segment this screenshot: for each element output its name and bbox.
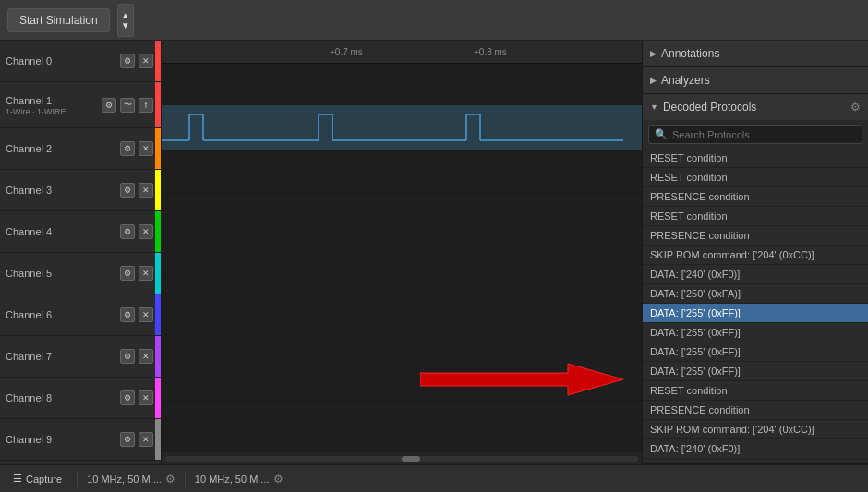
bottom-info-text-2: 10 MHz, 50 M ... bbox=[195, 474, 270, 485]
red-arrow bbox=[420, 359, 623, 401]
capture-label: Capture bbox=[26, 474, 62, 485]
main-content: Channel 0 ⚙ ✕ Channel 1 1-Wire · 1-WIRE … bbox=[0, 41, 868, 464]
channel-close-7[interactable]: ✕ bbox=[139, 349, 153, 364]
channel-row-7: Channel 7 ⚙ ✕ bbox=[0, 336, 161, 378]
channel-close-5[interactable]: ✕ bbox=[139, 266, 153, 281]
decoded-protocols-triangle-icon: ▼ bbox=[650, 102, 658, 112]
channel-settings-6[interactable]: ⚙ bbox=[120, 307, 135, 322]
channel-color-bar-0 bbox=[155, 41, 161, 81]
decoded-protocols-header[interactable]: ▼ Decoded Protocols ⚙ bbox=[643, 94, 868, 120]
annotations-header[interactable]: ▶ Annotations bbox=[643, 41, 868, 66]
channel-settings-9[interactable]: ⚙ bbox=[120, 432, 135, 447]
channel-row-3: Channel 3 ⚙ ✕ bbox=[0, 170, 161, 211]
wave-row-3 bbox=[162, 193, 642, 234]
channel1-waveform bbox=[162, 105, 642, 150]
protocol-item[interactable]: RESET condition bbox=[643, 149, 868, 168]
channel-close-0[interactable]: ✕ bbox=[139, 54, 153, 68]
channel-color-bar-3 bbox=[155, 170, 161, 210]
protocol-item[interactable]: DATA: ['250' (0xFA)] bbox=[643, 459, 868, 463]
arrow-up-icon: ▲ bbox=[121, 10, 130, 20]
protocol-item[interactable]: PRESENCE condition bbox=[643, 226, 868, 246]
protocol-item[interactable]: RESET condition bbox=[643, 168, 868, 187]
search-icon: 🔍 bbox=[655, 128, 668, 140]
channel-close-8[interactable]: ✕ bbox=[139, 390, 153, 405]
analyzers-header[interactable]: ▶ Analyzers bbox=[643, 67, 868, 93]
bottom-info-1: 10 MHz, 50 M ... ⚙ bbox=[87, 473, 175, 486]
channel-close-2[interactable]: ✕ bbox=[139, 141, 153, 156]
channel-close-3[interactable]: ✕ bbox=[139, 183, 153, 198]
channel-func-1[interactable]: f bbox=[139, 98, 153, 113]
decoded-protocols-section: ▼ Decoded Protocols ⚙ 🔍 RESET conditionR… bbox=[643, 94, 868, 464]
protocols-list: RESET conditionRESET conditionPRESENCE c… bbox=[643, 149, 868, 463]
bottom-gear-icon-2[interactable]: ⚙ bbox=[273, 473, 283, 486]
protocol-item[interactable]: DATA: ['240' (0xF0)] bbox=[643, 265, 868, 284]
protocol-item[interactable]: RESET condition bbox=[643, 207, 868, 226]
bottom-bar: ☰ Capture 10 MHz, 50 M ... ⚙ 10 MHz, 50 … bbox=[0, 464, 868, 492]
annotations-triangle-icon: ▶ bbox=[650, 49, 657, 58]
channel-label-2: Channel 2 bbox=[6, 143, 120, 154]
channel-settings-0[interactable]: ⚙ bbox=[120, 54, 135, 68]
protocol-item[interactable]: PRESENCE condition bbox=[643, 401, 868, 420]
protocol-item[interactable]: DATA: ['240' (0xF0)] bbox=[643, 439, 868, 459]
annotations-title: Annotations bbox=[661, 47, 861, 60]
wave-row-6 bbox=[162, 318, 642, 359]
channel-color-bar-6 bbox=[155, 294, 161, 335]
wave-row-8 bbox=[162, 401, 642, 442]
timeline-label-1: +0.7 ms bbox=[330, 47, 363, 57]
top-bar: Start Simulation ▲ ▼ bbox=[0, 0, 868, 41]
protocols-search-box[interactable]: 🔍 bbox=[648, 125, 862, 144]
channel-label-9: Channel 9 bbox=[6, 434, 120, 445]
channel-color-bar-8 bbox=[155, 378, 161, 418]
scrollbar-thumb[interactable] bbox=[402, 456, 420, 462]
protocol-item[interactable]: DATA: ['255' (0xFF)] bbox=[643, 323, 868, 342]
channel-close-6[interactable]: ✕ bbox=[139, 307, 153, 322]
channel-label-1: Channel 1 bbox=[6, 95, 52, 106]
channel-color-bar-9 bbox=[155, 419, 161, 460]
scrollbar-track bbox=[165, 456, 638, 462]
channel-label-6: Channel 6 bbox=[6, 309, 120, 320]
channels-panel: Channel 0 ⚙ ✕ Channel 1 1-Wire · 1-WIRE … bbox=[0, 41, 162, 464]
channel-settings-2[interactable]: ⚙ bbox=[120, 141, 135, 156]
protocol-item[interactable]: DATA: ['255' (0xFF)] bbox=[643, 362, 868, 381]
waveform-area[interactable]: +0.7 ms +0.8 ms bbox=[162, 41, 642, 464]
decoded-protocols-gear-icon[interactable]: ⚙ bbox=[850, 101, 861, 114]
wave-row-0 bbox=[162, 64, 642, 105]
wave-row-9 bbox=[162, 442, 642, 451]
channel-label-4: Channel 4 bbox=[6, 226, 120, 237]
channel-settings-3[interactable]: ⚙ bbox=[120, 183, 135, 198]
protocols-search-input[interactable] bbox=[672, 129, 856, 140]
channel-color-bar-2 bbox=[155, 128, 161, 169]
channel-close-9[interactable]: ✕ bbox=[139, 432, 153, 447]
channel-color-bar-7 bbox=[155, 336, 161, 377]
channel-settings-8[interactable]: ⚙ bbox=[120, 390, 135, 405]
channel-close-4[interactable]: ✕ bbox=[139, 224, 153, 239]
channel-row-8: Channel 8 ⚙ ✕ bbox=[0, 378, 161, 419]
channel-label-5: Channel 5 bbox=[6, 268, 120, 279]
capture-button[interactable]: ☰ Capture bbox=[7, 471, 67, 486]
protocol-item[interactable]: DATA: ['255' (0xFF)] bbox=[643, 342, 868, 362]
protocol-item[interactable]: SKIP ROM command: ['204' (0xCC)] bbox=[643, 246, 868, 265]
channel-settings-1[interactable]: ⚙ bbox=[102, 98, 116, 113]
channel-label-7: Channel 7 bbox=[6, 351, 120, 362]
protocol-item[interactable]: SKIP ROM command: ['204' (0xCC)] bbox=[643, 420, 868, 439]
protocol-item[interactable]: PRESENCE condition bbox=[643, 187, 868, 207]
protocol-item[interactable]: DATA: ['250' (0xFA)] bbox=[643, 284, 868, 304]
analyzers-section: ▶ Analyzers bbox=[643, 67, 868, 94]
channel-row-6: Channel 6 ⚙ ✕ bbox=[0, 294, 161, 336]
channel-row-9: Channel 9 ⚙ ✕ bbox=[0, 419, 161, 461]
channel-settings-5[interactable]: ⚙ bbox=[120, 266, 135, 281]
bottom-info-2: 10 MHz, 50 M ... ⚙ bbox=[195, 473, 283, 486]
channel-settings-4[interactable]: ⚙ bbox=[120, 224, 135, 239]
waveform-scroll[interactable] bbox=[162, 451, 642, 464]
protocol-item[interactable]: RESET condition bbox=[643, 381, 868, 401]
channel-row-4: Channel 4 ⚙ ✕ bbox=[0, 211, 161, 253]
channel-scroll-arrows[interactable]: ▲ ▼ bbox=[117, 4, 134, 37]
annotations-section: ▶ Annotations bbox=[643, 41, 868, 67]
bottom-info-text-1: 10 MHz, 50 M ... bbox=[87, 474, 162, 485]
bottom-gear-icon-1[interactable]: ⚙ bbox=[165, 473, 175, 486]
start-simulation-button[interactable]: Start Simulation bbox=[7, 8, 110, 32]
protocol-item[interactable]: DATA: ['255' (0xFF)] bbox=[643, 304, 868, 323]
wave-row-1 bbox=[162, 105, 642, 151]
channel-settings-7[interactable]: ⚙ bbox=[120, 349, 135, 364]
channel-wave-1[interactable]: 〜 bbox=[120, 98, 135, 113]
